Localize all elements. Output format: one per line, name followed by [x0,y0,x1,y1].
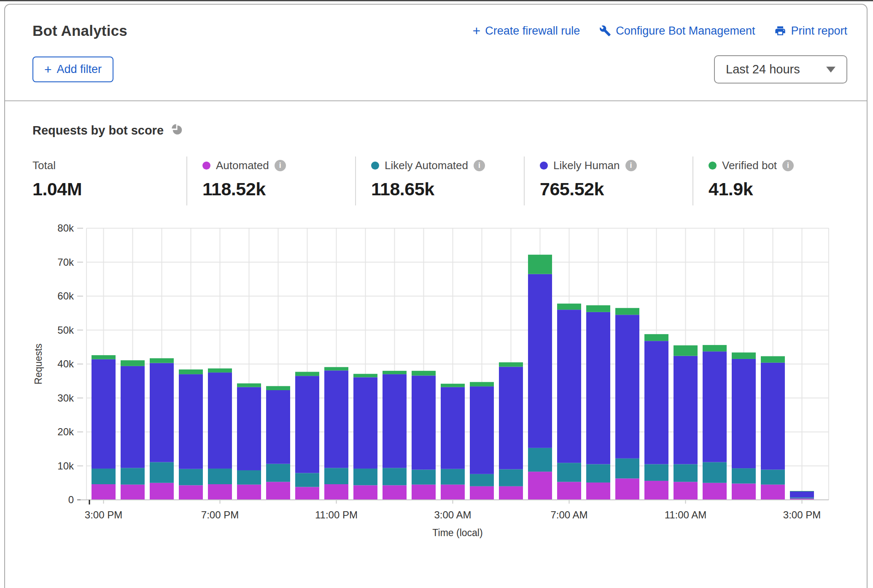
chevron-down-icon [826,67,835,73]
configure-bot-management-label: Configure Bot Management [616,24,755,38]
print-report-label: Print report [791,24,847,38]
svg-text:11:00 AM: 11:00 AM [665,509,707,521]
plus-icon: + [44,63,52,76]
svg-text:30k: 30k [57,392,74,404]
info-icon[interactable]: i [474,160,485,171]
stat-likely-automated-value: 118.65k [371,179,524,200]
pie-chart-icon [170,123,183,138]
stat-likely-automated[interactable]: Likely Automated i 118.65k [355,156,524,205]
svg-text:10k: 10k [57,460,74,472]
svg-text:60k: 60k [57,290,74,302]
time-range-dropdown[interactable]: Last 24 hours [714,55,847,84]
requests-by-bot-score-section: Requests by bot score Total 1.04M Automa… [5,101,867,542]
automated-legend-dot [202,162,210,170]
stat-likely-human-value: 765.52k [540,179,692,200]
svg-text:20k: 20k [57,426,74,437]
svg-text:40k: 40k [57,358,74,370]
time-range-value: Last 24 hours [726,62,800,76]
info-icon[interactable]: i [625,160,637,171]
stat-automated[interactable]: Automated i 118.52k [186,156,355,205]
svg-text:Time (local): Time (local) [432,527,482,538]
svg-text:70k: 70k [57,256,74,268]
bar-chart[interactable]: 010k20k30k40k50k60k70k80k3:00 PM7:00 PM1… [32,221,839,540]
print-report-link[interactable]: Print report [774,24,847,38]
stat-total: Total 1.04M [32,156,186,205]
stat-likely-automated-label: Likely Automated [385,159,468,172]
stat-automated-value: 118.52k [202,179,355,200]
create-firewall-rule-label: Create firewall rule [485,24,580,38]
header-actions: + Create firewall rule Configure Bot Man… [472,24,847,38]
stat-verified-bot-label: Verified bot [722,159,777,172]
configure-bot-management-link[interactable]: Configure Bot Management [599,24,755,38]
svg-text:7:00 AM: 7:00 AM [550,509,587,521]
stat-verified-bot-value: 41.9k [709,179,850,200]
wrench-icon [599,25,611,37]
requests-chart: 010k20k30k40k50k60k70k80k3:00 PM7:00 PM1… [32,221,850,542]
info-icon[interactable]: i [782,160,794,171]
verified-bot-legend-dot [709,162,717,170]
svg-text:3:00 AM: 3:00 AM [434,509,471,521]
add-filter-button[interactable]: + Add filter [32,57,113,82]
card-header: Bot Analytics + Create firewall rule Con… [5,5,867,84]
svg-text:7:00 PM: 7:00 PM [201,509,239,521]
svg-text:80k: 80k [57,222,74,234]
summary-stats: Total 1.04M Automated i 118.52k Likely A… [32,156,850,205]
stat-automated-label: Automated [216,159,269,172]
plus-icon: + [472,24,480,38]
stat-likely-human[interactable]: Likely Human i 765.52k [524,156,692,205]
svg-text:Requests: Requests [33,343,44,384]
svg-text:3:00 PM: 3:00 PM [783,509,821,521]
section-title: Requests by bot score [32,124,164,138]
svg-text:11:00 PM: 11:00 PM [315,509,358,521]
likely-human-legend-dot [540,162,548,170]
page-title: Bot Analytics [32,22,127,39]
likely-automated-legend-dot [371,162,379,170]
window-top-edge [0,0,873,1]
stat-likely-human-label: Likely Human [553,159,620,172]
stat-total-label: Total [32,159,56,172]
bot-analytics-card: Bot Analytics + Create firewall rule Con… [4,4,868,588]
stat-verified-bot[interactable]: Verified bot i 41.9k [692,156,850,205]
add-filter-label: Add filter [57,63,102,76]
svg-text:0: 0 [68,494,74,505]
svg-text:50k: 50k [57,324,74,336]
printer-icon [774,25,786,37]
create-firewall-rule-link[interactable]: + Create firewall rule [472,24,580,38]
stat-total-value: 1.04M [32,179,186,200]
svg-text:3:00 PM: 3:00 PM [85,509,122,521]
info-icon[interactable]: i [275,160,286,171]
